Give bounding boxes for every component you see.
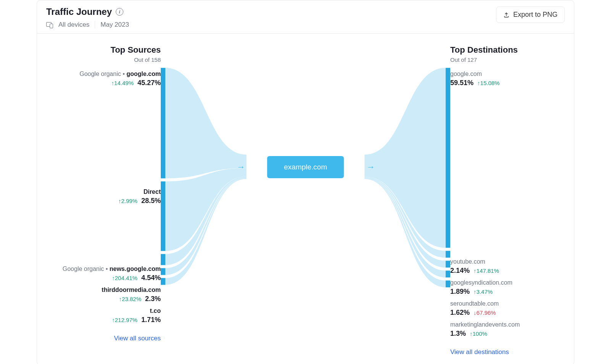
destination-label: googlesyndication.com <box>450 279 565 286</box>
sources-column: Top Sources Out of 158 Google organic • … <box>46 45 161 356</box>
view-all-sources-link[interactable]: View all sources <box>114 335 161 342</box>
arrow-out-icon: → <box>367 162 375 172</box>
svg-rect-2 <box>161 254 165 265</box>
trend-change: ↑14.49% <box>112 80 134 86</box>
svg-rect-8 <box>446 271 450 277</box>
trend-change: ↑204.41% <box>112 275 137 281</box>
trend-change: ↑3.47% <box>474 288 493 295</box>
source-item[interactable]: Google organic • google.com ↑14.49% 45.2… <box>46 68 161 89</box>
traffic-journey-card: Traffic Journey i All devices May 2023 E… <box>37 0 574 364</box>
destinations-title: Top Destinations <box>450 45 518 55</box>
share-pct: 1.71% <box>141 316 161 324</box>
share-pct: 45.27% <box>137 79 161 87</box>
sources-subtitle: Out of 158 <box>134 56 161 63</box>
card-body: Top Sources Out of 158 Google organic • … <box>37 34 574 364</box>
card-header: Traffic Journey i All devices May 2023 E… <box>37 0 574 34</box>
devices-icon <box>46 22 53 27</box>
trend-change: ↑2.99% <box>118 198 137 204</box>
trend-change: ↑100% <box>470 330 487 337</box>
svg-rect-5 <box>446 68 450 248</box>
destination-item[interactable]: youtube.com 2.14% ↑147.81% <box>450 256 565 277</box>
center-domain-node[interactable]: example.com <box>267 156 344 178</box>
upload-icon <box>503 12 509 18</box>
export-png-button[interactable]: Export to PNG <box>496 6 565 23</box>
header-left: Traffic Journey i All devices May 2023 <box>46 6 129 29</box>
svg-rect-0 <box>161 68 165 179</box>
destination-label: youtube.com <box>450 258 565 265</box>
svg-rect-6 <box>446 251 450 258</box>
trend-change: ↑15.08% <box>477 80 499 86</box>
sankey-chart: → example.com → <box>161 45 450 289</box>
card-title: Traffic Journey <box>46 6 112 17</box>
share-pct: 28.5% <box>141 197 161 205</box>
devices-filter[interactable]: All devices <box>58 21 89 29</box>
destination-label: seroundtable.com <box>450 300 565 307</box>
destination-item[interactable]: seroundtable.com 1.62% ↓67.96% <box>450 298 565 319</box>
source-label: Google organic • google.com <box>46 71 161 77</box>
share-pct: 59.51% <box>450 79 474 87</box>
share-pct: 2.14% <box>450 267 470 275</box>
svg-rect-3 <box>161 268 165 275</box>
destination-label: google.com <box>450 71 565 77</box>
svg-rect-9 <box>446 280 450 287</box>
trend-change: ↑23.82% <box>119 296 141 302</box>
view-all-destinations-link[interactable]: View all destinations <box>450 348 509 356</box>
source-item[interactable]: t.co ↑212.97% 1.71% <box>46 305 161 326</box>
destination-label: marketinglandevents.com <box>450 321 565 328</box>
source-item[interactable]: Google organic • news.google.com ↑204.41… <box>46 263 161 284</box>
share-pct: 1.3% <box>450 330 466 338</box>
destinations-column: Top Destinations Out of 127 google.com 5… <box>450 45 565 356</box>
source-label: Direct <box>46 188 161 195</box>
svg-rect-1 <box>161 181 165 251</box>
svg-rect-7 <box>446 261 450 267</box>
source-label: t.co <box>46 308 161 314</box>
share-pct: 1.62% <box>450 309 470 317</box>
trend-change: ↑212.97% <box>112 317 137 323</box>
trend-change: ↑147.81% <box>474 267 499 274</box>
source-label: Google organic • news.google.com <box>46 266 161 272</box>
separator <box>95 21 95 29</box>
export-label: Export to PNG <box>513 11 558 19</box>
destination-item[interactable]: google.com 59.51% ↑15.08% <box>450 68 565 89</box>
destinations-subtitle: Out of 127 <box>450 56 477 63</box>
destination-item[interactable]: marketinglandevents.com 1.3% ↑100% <box>450 319 565 340</box>
destination-item[interactable]: googlesyndication.com 1.89% ↑3.47% <box>450 277 565 298</box>
period-filter[interactable]: May 2023 <box>100 21 129 29</box>
info-icon[interactable]: i <box>116 8 123 16</box>
share-pct: 4.54% <box>141 274 161 282</box>
destinations-list: google.com 59.51% ↑15.08% youtube.com 2.… <box>450 63 565 340</box>
trend-change: ↓67.96% <box>474 309 496 316</box>
source-item[interactable]: Direct ↑2.99% 28.5% <box>46 186 161 207</box>
arrow-in-icon: → <box>237 162 245 172</box>
source-label: thirddoormedia.com <box>46 287 161 293</box>
sources-title: Top Sources <box>110 45 161 55</box>
share-pct: 1.89% <box>450 288 470 296</box>
svg-rect-4 <box>161 278 165 285</box>
sources-list: Google organic • google.com ↑14.49% 45.2… <box>46 63 161 326</box>
source-item[interactable]: thirddoormedia.com ↑23.82% 2.3% <box>46 284 161 305</box>
share-pct: 2.3% <box>145 295 161 303</box>
